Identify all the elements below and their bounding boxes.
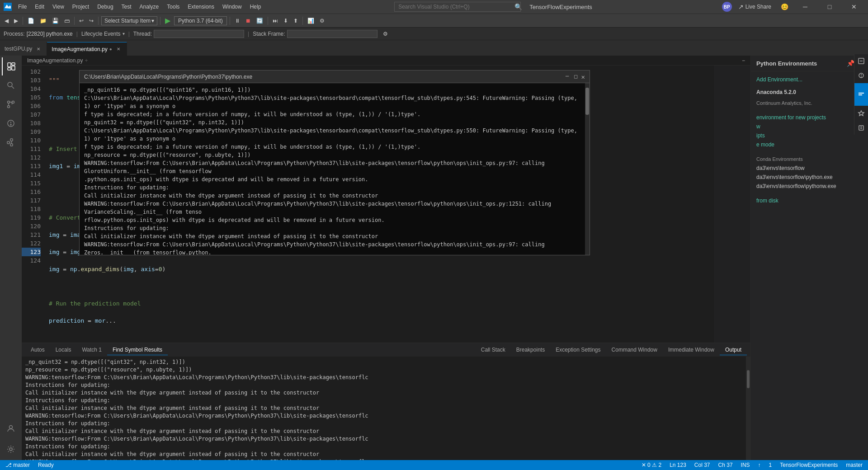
save-all-btn[interactable]: 🗃 <box>62 17 71 25</box>
tab-exception[interactable]: Exception Settings <box>550 345 606 355</box>
scrollbar-thumb[interactable] <box>747 370 750 388</box>
activity-git[interactable] <box>2 95 20 113</box>
activity-settings[interactable] <box>2 440 20 458</box>
conda-env-2[interactable]: da3\envs\tensorflow\python.exe <box>756 173 863 182</box>
tab-testgpu-close[interactable]: ✕ <box>35 45 42 52</box>
tab-watch1[interactable]: Watch 1 <box>76 345 107 355</box>
menu-analyze[interactable]: Analyze <box>136 3 163 11</box>
statusbar-errors[interactable]: ✕ 0 ⚠ 2 <box>640 462 663 468</box>
step-out-btn[interactable]: ⬆ <box>292 17 300 25</box>
performance-btn[interactable]: 📊 <box>306 17 316 25</box>
debug-play-btn[interactable]: ▶ <box>163 15 172 26</box>
new-file-btn[interactable]: 📄 <box>26 17 36 25</box>
side-icon-2[interactable] <box>854 71 868 82</box>
forward-btn[interactable]: ▶ <box>12 17 20 25</box>
open-folder-btn[interactable]: 📁 <box>38 17 48 25</box>
side-icon-4[interactable] <box>854 121 868 135</box>
statusbar-col[interactable]: Col 37 <box>693 462 712 468</box>
popup-minimize[interactable]: ─ <box>564 73 571 80</box>
env-link-4[interactable]: e mode <box>756 140 863 149</box>
statusbar-insert[interactable]: INS <box>739 462 752 468</box>
statusbar-ch[interactable]: Ch 37 <box>717 462 735 468</box>
save-btn[interactable]: 💾 <box>50 17 61 25</box>
tab-locals[interactable]: Locals <box>50 345 77 355</box>
minimize-button[interactable]: ─ <box>795 0 816 14</box>
statusbar-project-name[interactable]: TensorFlowExperiments <box>778 462 840 468</box>
menu-file[interactable]: File <box>14 3 30 11</box>
terminal-tab-bar: Autos Locals Watch 1 Find Symbol Results… <box>22 343 750 357</box>
side-icon-3[interactable] <box>854 107 868 120</box>
activity-search[interactable] <box>2 76 20 94</box>
from-disk-link[interactable]: from disk <box>756 196 863 205</box>
line-num-121: 121 <box>22 230 41 239</box>
conda-env-1[interactable]: da3\envs\tensorflow <box>756 164 863 173</box>
sep1 <box>23 17 23 25</box>
activity-extensions[interactable] <box>2 133 20 151</box>
close-button[interactable]: ✕ <box>844 0 864 14</box>
popup-close-button[interactable]: ✕ <box>581 73 585 80</box>
python-env-button[interactable]: Python 3.7 (64-bit) <box>174 16 227 25</box>
popup-scrollbar[interactable] <box>585 83 590 255</box>
debug-pause-btn[interactable]: ⏸ <box>233 17 242 25</box>
minimap-toggle[interactable]: − <box>742 57 745 64</box>
tab-imageaug-close[interactable]: ✕ <box>115 46 122 53</box>
tab-callstack[interactable]: Call Stack <box>476 345 511 355</box>
tab-autos[interactable]: Autos <box>25 345 50 355</box>
undo-btn[interactable]: ↩ <box>77 17 85 25</box>
activity-explorer[interactable] <box>2 57 20 75</box>
back-btn[interactable]: ◀ <box>3 17 10 25</box>
stack-frame-input[interactable] <box>287 30 377 38</box>
tab-find-symbol[interactable]: Find Symbol Results <box>107 345 168 355</box>
tab-modified-dot: ● <box>109 47 112 52</box>
tab-testgpu[interactable]: testGPU.py ✕ <box>0 42 47 56</box>
search-input[interactable] <box>394 2 521 12</box>
env-link-3[interactable]: ipts <box>756 131 863 140</box>
menu-tools[interactable]: Tools <box>163 3 183 11</box>
activity-debug[interactable] <box>2 114 20 132</box>
startup-item-button[interactable]: Select Startup Item ▾ <box>101 16 157 25</box>
redo-btn[interactable]: ↪ <box>87 17 95 25</box>
feedback-button[interactable]: 😊 <box>778 0 791 14</box>
menu-window[interactable]: Window <box>219 3 245 11</box>
settings-btn[interactable]: ⚙ <box>318 17 326 25</box>
statusbar-ready[interactable]: Ready <box>36 462 56 468</box>
popup-maximize[interactable]: □ <box>572 73 579 80</box>
statusbar-up[interactable]: ↑ <box>756 462 763 468</box>
menu-debug[interactable]: Debug <box>94 3 117 11</box>
process-value: [22820] python.exe <box>27 31 73 37</box>
step-into-btn[interactable]: ⬇ <box>282 17 290 25</box>
activity-accounts[interactable] <box>2 419 20 437</box>
debug-stop-btn[interactable]: ⏹ <box>244 17 253 25</box>
statusbar-master[interactable]: master <box>844 462 864 468</box>
add-environment-btn[interactable]: Add Environment... <box>756 75 863 84</box>
menu-extensions[interactable]: Extensions <box>184 3 218 11</box>
rp-pin-icon[interactable]: 📌 <box>847 60 854 67</box>
menu-edit[interactable]: Edit <box>31 3 48 11</box>
terminal-scrollbar[interactable] <box>746 357 750 460</box>
side-icon-active[interactable] <box>854 83 868 106</box>
live-share-button[interactable]: ↗ Live Share <box>736 2 774 11</box>
tab-breakpoints[interactable]: Breakpoints <box>511 345 550 355</box>
statusbar-line[interactable]: Ln 123 <box>668 462 688 468</box>
sep5 <box>230 17 230 25</box>
menu-test[interactable]: Test <box>118 3 135 11</box>
step-over-btn[interactable]: ⏭ <box>271 17 280 25</box>
menu-help[interactable]: Help <box>246 3 265 11</box>
debug-settings-btn[interactable]: ⚙ <box>381 30 390 38</box>
menu-view[interactable]: View <box>49 3 68 11</box>
tab-imageaug[interactable]: ImageAugmentation.py ● ✕ <box>47 42 127 56</box>
debug-restart-btn[interactable]: 🔄 <box>255 17 265 25</box>
maximize-button[interactable]: □ <box>819 0 840 14</box>
output-popup: C:\Users\Brian\AppData\Local\Programs\Py… <box>79 70 590 255</box>
statusbar-branch[interactable]: ⎇ master <box>4 462 32 468</box>
conda-env-3[interactable]: da3\envs\tensorflow\pythonw.exe <box>756 182 863 191</box>
tab-command[interactable]: Command Window <box>606 345 663 355</box>
statusbar-commits[interactable]: 1 <box>767 462 774 468</box>
tab-immediate[interactable]: Immediate Window <box>663 345 720 355</box>
tab-output[interactable]: Output <box>720 345 747 355</box>
env-link-1[interactable]: environment for new projects <box>756 113 863 122</box>
popup-scrollbar-thumb[interactable] <box>585 88 589 115</box>
menu-project[interactable]: Project <box>69 3 93 11</box>
thread-input[interactable] <box>154 30 244 38</box>
env-link-2[interactable]: w <box>756 122 863 131</box>
